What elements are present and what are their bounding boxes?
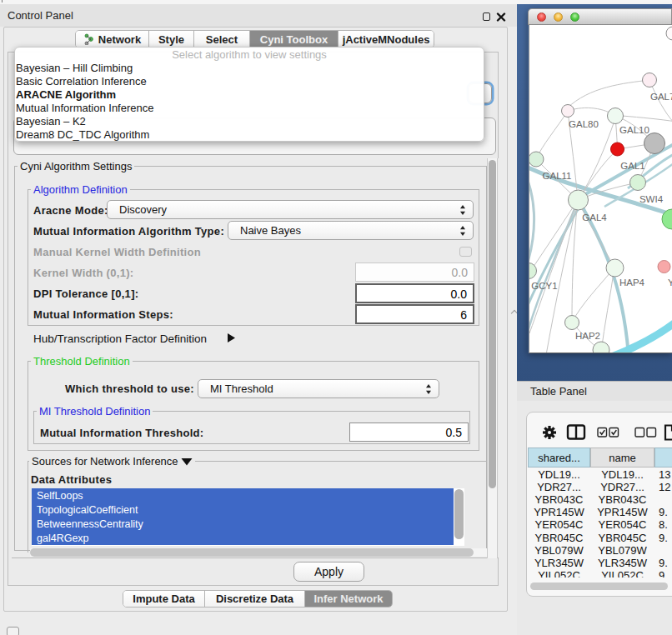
svg-text:Y: Y <box>668 278 672 288</box>
svg-text:GAL7: GAL7 <box>650 92 672 102</box>
svg-text:SWI4: SWI4 <box>639 194 664 204</box>
svg-text:GAL10: GAL10 <box>619 125 649 135</box>
svg-text:GAL11: GAL11 <box>543 171 572 181</box>
svg-text:HAP2: HAP2 <box>575 331 600 341</box>
svg-text:GAL80: GAL80 <box>569 119 599 129</box>
svg-text:GAL4: GAL4 <box>582 212 607 222</box>
svg-text:HAP4: HAP4 <box>619 278 645 288</box>
svg-text:GAL1: GAL1 <box>620 161 644 171</box>
svg-text:GCY1: GCY1 <box>531 281 557 291</box>
